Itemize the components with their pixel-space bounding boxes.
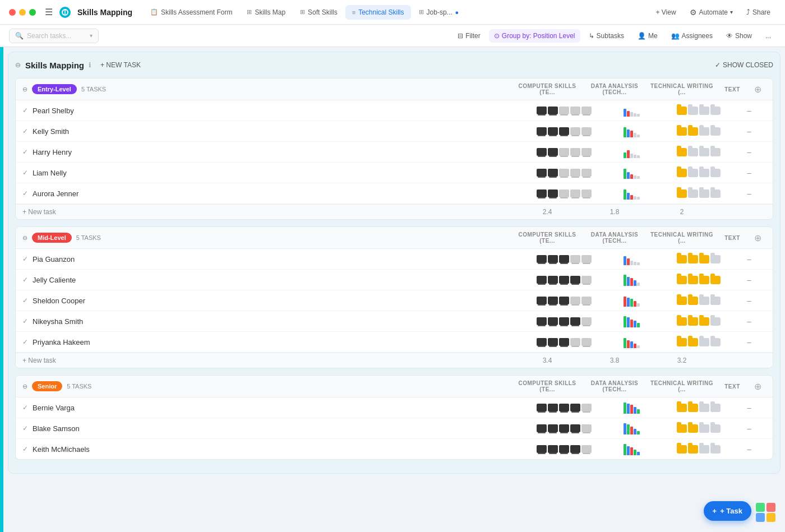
task-name[interactable]: Harry Henry [33,148,526,156]
task-checkbox[interactable]: ✓ [22,424,28,432]
bar-icon [637,431,640,434]
bar-icon [634,262,636,265]
task-name[interactable]: Jelly Caliente [33,276,526,284]
maximize-button[interactable] [29,9,36,16]
show-closed-button[interactable]: ✓ SHOW CLOSED [715,61,773,69]
tab-skills-map[interactable]: ⊞ Skills Map [240,5,292,20]
task-checkbox[interactable]: ✓ [22,338,28,346]
laptop-icon [559,169,569,177]
laptop-icon [570,404,580,411]
task-cells: – [530,187,766,200]
writing-skill-cell [665,255,732,263]
laptop-icon [537,445,547,453]
add-column-button[interactable]: ⊕ [749,84,766,95]
avg-writing: 2 [648,208,715,216]
tab-skills-assessment[interactable]: 📋 Skills Assessment Form [144,5,239,20]
add-column-button[interactable]: ⊕ [749,233,766,243]
task-name[interactable]: Liam Nelly [33,169,526,177]
data-skill-cell [598,315,665,327]
task-name[interactable]: Bernie Varga [33,404,526,412]
add-column-button[interactable]: ⊕ [749,381,766,392]
bar-icon [637,155,640,158]
bar-icon [624,189,626,200]
section-toggle[interactable]: ⊖ [15,61,21,69]
folder-icon [710,127,721,136]
group-senior: ⊖ Senior 5 TASKS COMPUTER SKILLS (TE... … [15,375,773,460]
task-checkbox[interactable]: ✓ [22,317,28,325]
me-button[interactable]: 👤 Me [632,29,663,43]
group-toggle-mid[interactable]: ⊖ [22,234,27,242]
tab-soft-skills[interactable]: ⊞ Soft Skills [293,5,344,20]
new-task-button[interactable]: + NEW TASK [96,59,145,71]
close-button[interactable] [9,9,16,16]
group-toggle-senior[interactable]: ⊖ [22,383,27,390]
laptop-icon [581,276,592,284]
filter-button[interactable]: ⊟ Filter [452,29,486,43]
task-name[interactable]: Priyanka Hakeem [33,338,526,346]
task-checkbox[interactable]: ✓ [22,189,28,197]
view-button[interactable]: + View [650,6,681,19]
task-checkbox[interactable]: ✓ [22,297,28,304]
writing-skill-cell [665,276,732,284]
task-cells: – [530,253,766,265]
task-checkbox[interactable]: ✓ [22,276,28,284]
search-box[interactable]: 🔍 Search tasks... ▾ [9,29,99,43]
add-task-link[interactable]: + New task [22,208,56,216]
avatar-grid[interactable] [756,503,776,523]
bar-icon [630,320,633,327]
task-checkbox[interactable]: ✓ [22,445,28,453]
task-name[interactable]: Nikeysha Smith [33,317,526,326]
task-checkbox[interactable]: ✓ [22,127,28,135]
group-icon: ⊙ [494,32,500,40]
folder-icon [677,297,687,305]
bar-icon [624,423,626,434]
laptop-icon [570,169,580,177]
menu-icon[interactable]: ☰ [45,7,53,17]
bar-icon [634,196,636,200]
more-button[interactable]: ... [760,29,776,43]
task-name[interactable]: Blake Samson [33,424,526,433]
task-name[interactable]: Aurora Jenner [33,189,526,198]
folder-icon [688,107,698,115]
task-checkbox[interactable]: ✓ [22,169,28,177]
share-button[interactable]: ⤴ Share [741,5,776,19]
folder-icon [677,255,687,263]
task-checkbox[interactable]: ✓ [22,107,28,114]
task-name[interactable]: Pearl Shelby [33,107,526,115]
text-cell: – [732,276,766,284]
laptop-icon [548,276,558,284]
folder-icon [699,169,709,177]
task-checkbox[interactable]: ✓ [22,255,28,263]
automate-button[interactable]: ⚙ Automate ▾ [684,5,738,20]
info-icon[interactable]: ℹ [89,61,91,69]
subtasks-button[interactable]: ↳ Subtasks [584,29,629,43]
laptop-icon [570,107,580,114]
task-name[interactable]: Keith McMichaels [33,445,526,454]
search-icon: 🔍 [15,32,24,40]
tab-job-spec[interactable]: ⊞ Job-sp... ● [412,5,466,20]
add-task-link[interactable]: + New task [22,357,56,364]
bar-icon [630,195,633,200]
task-name[interactable]: Sheldon Cooper [33,297,526,305]
group-toggle-entry[interactable]: ⊖ [22,86,27,93]
task-fab-button[interactable]: + + Task [704,501,751,521]
bar-icon [637,262,640,265]
table-row: ✓ Pearl Shelby [16,100,773,121]
column-headers: COMPUTER SKILLS (TE... DATA ANALYSIS (TE… [514,232,766,244]
bar-icon [627,424,630,434]
show-button[interactable]: 👁 Show [721,29,757,43]
group-by-button[interactable]: ⊙ Group by: Position Level [489,29,580,43]
task-checkbox[interactable]: ✓ [22,148,28,156]
avatar-1 [756,503,765,512]
folder-icon [699,276,709,284]
tab-technical-skills[interactable]: ≡ Technical Skills [345,5,411,20]
minimize-button[interactable] [19,9,26,16]
writing-skill-cell [665,127,732,136]
task-name[interactable]: Pia Guanzon [33,255,526,263]
task-checkbox[interactable]: ✓ [22,404,28,411]
assignees-button[interactable]: 👥 Assignees [666,29,718,43]
task-name[interactable]: Kelly Smith [33,127,526,136]
folder-icon [677,445,687,454]
bar-icon [637,303,640,307]
badge-entry: Entry-Level [32,84,77,94]
